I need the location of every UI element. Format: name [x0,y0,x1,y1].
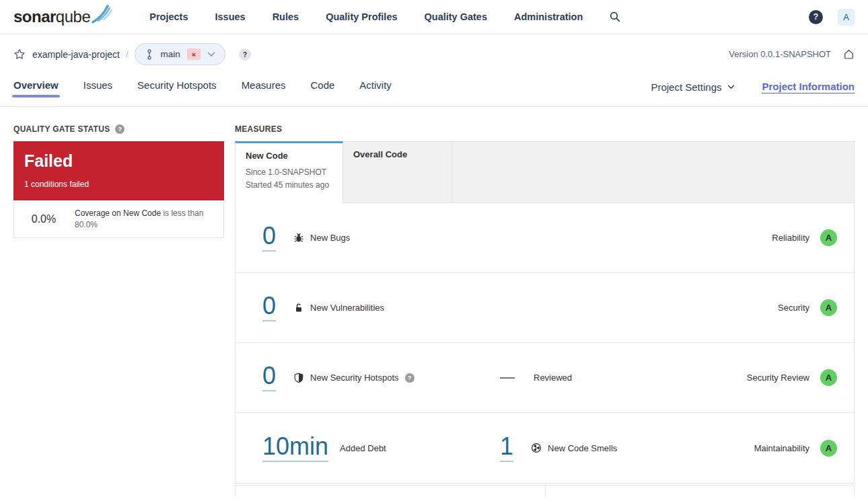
reliability-rating-badge: A [820,229,837,246]
nav-item-administration[interactable]: Administration [514,11,583,22]
breadcrumb-project-name[interactable]: example-java-project [32,49,120,60]
maintainability-rating-group: Maintainability A [754,440,837,457]
new-vulnerabilities-count[interactable]: 0 [262,294,276,321]
new-vulnerabilities-label: New Vulnerabilities [310,303,384,313]
condition-metric: Coverage on New Code [75,208,161,218]
security-label: Security [778,303,809,313]
search-button[interactable] [610,11,620,22]
maintainability-label: Maintainability [754,443,809,453]
code-smell-icon [531,443,542,453]
quality-gate-help-icon[interactable]: ? [115,124,124,134]
overview-content: QUALITY GATE STATUS ? Failed 1 condition… [0,107,868,496]
measure-row-maintainability: 10min Added Debt 1 New Code Smells [236,413,854,483]
tab-measures[interactable]: Measures [242,79,286,100]
project-meta: Version 0.0.1-SNAPSHOT [729,48,855,60]
failed-condition-card[interactable]: 0.0% Coverage on New Code is less than 8… [13,200,224,238]
logo-text-bold: sonar [13,7,56,26]
security-rating-group: Security A [778,299,837,316]
breadcrumb: example-java-project / main × ? Version … [13,34,855,74]
tab-overall-code[interactable]: Overall Code [343,142,452,202]
chevron-down-icon [207,52,215,57]
overall-code-tab-label: Overall Code [353,149,441,159]
project-information-link[interactable]: Project Information [762,81,855,93]
reliability-label: Reliability [772,233,809,243]
next-measures-section [235,485,855,496]
measure-row-vulnerabilities: 0 New Vulnerabilities Security A [236,273,854,343]
breadcrumb-separator: / [126,49,129,59]
search-icon [610,11,620,22]
logo-swoosh-icon [92,3,114,24]
reviewed-group: Reviewed [500,373,572,383]
avatar-letter: A [843,12,849,22]
branch-selector[interactable]: main × [135,43,225,65]
project-header: example-java-project / main × ? Version … [0,34,868,107]
quality-gate-status-box: Failed 1 conditions failed [13,141,224,200]
condition-description: Coverage on New Code is less than 80.0% [75,208,213,229]
new-bugs-count[interactable]: 0 [262,224,276,252]
tab-code[interactable]: Code [310,79,334,100]
shield-icon [293,373,304,383]
tab-security-hotspots[interactable]: Security Hotspots [137,79,217,100]
new-security-hotspots-label: New Security Hotspots [310,373,399,383]
branch-name: main [161,49,180,59]
security-review-label: Security Review [747,373,809,383]
project-settings-label: Project Settings [651,81,721,93]
new-bugs-label: New Bugs [310,233,350,243]
new-code-smells-label: New Code Smells [548,443,617,453]
new-code-tab-label: New Code [246,151,332,161]
measures-panel: MEASURES New Code Since 1.0-SNAPSHOT Sta… [235,124,855,496]
security-rating-badge: A [820,299,837,316]
quality-gate-title: QUALITY GATE STATUS [13,124,110,134]
condition-value: 0.0% [25,213,63,225]
sonarqube-logo[interactable]: sonarqube [13,7,114,26]
project-settings-dropdown[interactable]: Project Settings [651,81,735,93]
project-version: Version 0.0.1-SNAPSHOT [729,49,831,59]
tab-issues[interactable]: Issues [83,79,112,100]
favorite-star-icon[interactable] [13,48,26,61]
code-smells-group: 1 New Code Smells [500,434,617,462]
global-navbar: sonarqube Projects Issues Rules Quality … [0,0,868,34]
coverage-section-peek [235,485,545,496]
tab-new-code[interactable]: New Code Since 1.0-SNAPSHOT Started 45 m… [235,141,343,203]
new-code-smells-metric: New Code Smells [531,443,617,453]
tab-activity[interactable]: Activity [359,79,392,100]
branch-failed-badge: × [187,48,201,60]
user-avatar[interactable]: A [838,9,855,26]
measures-tabstrip: New Code Since 1.0-SNAPSHOT Started 45 m… [235,141,855,203]
logo-text-light: qube [56,7,90,26]
new-bugs-metric: New Bugs [293,233,350,243]
duplications-section-peek [545,485,855,496]
help-button[interactable]: ? [809,10,823,24]
project-homepage-button[interactable] [843,48,855,60]
new-vulnerabilities-metric: New Vulnerabilities [293,303,384,313]
tab-overview[interactable]: Overview [13,79,59,100]
quality-gate-conditions-summary: 1 conditions failed [24,180,213,189]
quality-gate-panel: QUALITY GATE STATUS ? Failed 1 condition… [13,124,224,496]
bug-icon [293,233,304,243]
lock-icon [293,303,304,313]
new-security-hotspots-metric: New Security Hotspots ? [293,373,414,383]
measure-row-security-hotspots: 0 New Security Hotspots ? Reviewed Secur… [236,343,854,413]
branch-help-icon[interactable]: ? [239,48,251,61]
maintainability-rating-badge: A [820,440,837,457]
nav-item-projects[interactable]: Projects [149,11,188,22]
added-debt-value[interactable]: 10min [262,434,328,462]
new-code-period: Since 1.0-SNAPSHOT Started 45 minutes ag… [246,166,332,192]
quality-gate-status: Failed [24,151,213,171]
reliability-rating-group: Reliability A [772,229,837,246]
new-security-hotspots-count[interactable]: 0 [262,364,276,391]
measures-title: MEASURES [235,124,282,134]
nav-item-rules[interactable]: Rules [273,11,299,22]
home-icon [843,48,855,60]
nav-item-quality-gates[interactable]: Quality Gates [425,11,487,22]
branch-icon [145,49,154,60]
measure-row-bugs: 0 New Bugs Reliabil [236,203,854,273]
navbar-right: ? A [809,9,855,26]
nav-item-quality-profiles[interactable]: Quality Profiles [326,11,397,22]
new-code-smells-count[interactable]: 1 [500,434,513,462]
hotspots-help-icon[interactable]: ? [405,373,414,383]
reviewed-label: Reviewed [534,373,572,383]
added-debt-label: Added Debt [340,443,386,453]
nav-item-issues[interactable]: Issues [215,11,245,22]
help-icon: ? [813,12,818,22]
